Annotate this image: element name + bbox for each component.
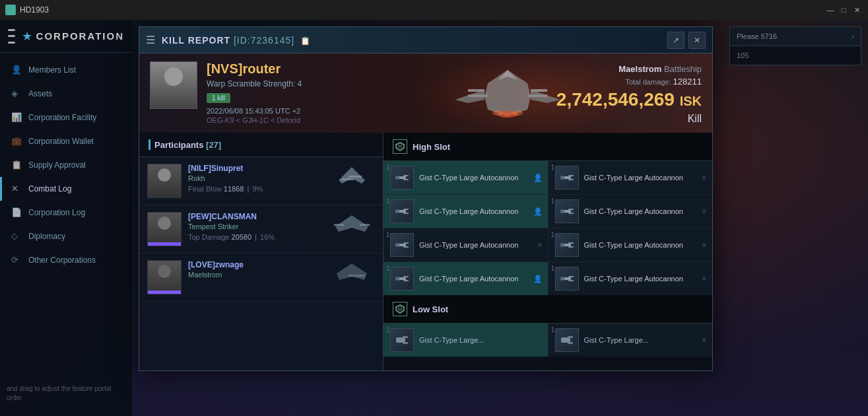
slot-name: Gist C-Type Large... bbox=[584, 335, 649, 345]
slot-number: 1 bbox=[551, 164, 555, 171]
slot-icon bbox=[555, 199, 579, 223]
slot-item[interactable]: 1 Gist C-Type Large Autocannon � bbox=[384, 161, 548, 194]
right-panel: Please 5716 › 105 bbox=[729, 26, 861, 65]
slot-shield-icon bbox=[395, 142, 405, 151]
ship-class: Maelstrom Battleship bbox=[556, 64, 702, 74]
sidebar-item-supply[interactable]: 📋 Supply Approval bbox=[0, 153, 132, 177]
sidebar-menu-icon[interactable] bbox=[8, 29, 15, 44]
sidebar-item-diplomacy[interactable]: ◇ Diplomacy bbox=[0, 225, 132, 248]
svg-rect-5 bbox=[468, 89, 484, 92]
minimize-button[interactable]: — bbox=[824, 4, 836, 16]
svg-rect-23 bbox=[403, 179, 409, 180]
participants-count: [27] bbox=[206, 140, 221, 150]
slot-item[interactable]: 1 Gist C-Type Large Autocannon � bbox=[384, 195, 548, 228]
window-close-button[interactable]: ✕ bbox=[851, 4, 863, 16]
svg-rect-38 bbox=[403, 242, 409, 244]
slot-item[interactable]: 1 Gist C-Type Large Autocannon ✕ bbox=[384, 228, 548, 261]
modal-menu-icon[interactable]: ☰ bbox=[146, 34, 155, 46]
slot-close-icon: ✕ bbox=[701, 174, 707, 182]
sidebar-item-assets[interactable]: ◈ Assets bbox=[0, 82, 132, 106]
svg-rect-31 bbox=[403, 213, 409, 214]
clipboard-icon[interactable]: 📋 bbox=[300, 36, 311, 46]
autocannon-icon bbox=[559, 203, 575, 219]
slot-name: Gist C-Type Large Autocannon bbox=[419, 274, 518, 283]
slot-item[interactable]: 1 Gist C-Type Large Autocannon � bbox=[384, 262, 548, 295]
kill-header: [NVS]router Warp Scramble Strength: 4 1 … bbox=[139, 53, 712, 133]
slot-name: Gist C-Type Large Autocannon bbox=[584, 207, 683, 216]
window-controls: — □ ✕ bbox=[824, 4, 863, 16]
svg-rect-50 bbox=[568, 276, 574, 277]
svg-point-36 bbox=[560, 209, 564, 213]
participant-name: [LOVE]zwnage bbox=[188, 260, 322, 269]
autocannon-icon bbox=[394, 271, 410, 287]
right-panel-value: 105 bbox=[737, 52, 749, 59]
slot-close-icon: ✕ bbox=[701, 207, 707, 216]
svg-rect-6 bbox=[527, 94, 547, 97]
slot-icon bbox=[555, 267, 579, 291]
avatar-head bbox=[164, 67, 183, 86]
low-slot-header: Low Slot bbox=[384, 295, 712, 324]
svg-marker-0 bbox=[484, 70, 531, 116]
maximize-button[interactable]: □ bbox=[838, 4, 850, 16]
slot-item[interactable]: 1 Gist C-Type Large Autocannon ✕ bbox=[549, 228, 713, 261]
slot-name: Gist C-Type Large Autocannon bbox=[584, 240, 683, 250]
svg-marker-20 bbox=[397, 144, 403, 149]
svg-rect-39 bbox=[403, 246, 409, 248]
sidebar-item-members[interactable]: 👤 Members List bbox=[0, 58, 132, 82]
sidebar-item-combat[interactable]: ✕ Combat Log bbox=[0, 177, 132, 201]
slot-item[interactable]: 1 Gist C-Type Large... bbox=[384, 324, 548, 357]
titlebar-left: HD1903 bbox=[5, 5, 49, 15]
slot-icon bbox=[390, 267, 414, 291]
ship-type: Battleship bbox=[664, 64, 702, 74]
participants-header: Participants [27] bbox=[139, 133, 383, 157]
participant-item[interactable]: [LOVE]zwnage Maelstrom bbox=[139, 254, 383, 302]
low-slot-label: Low Slot bbox=[413, 304, 448, 314]
avatar-head bbox=[158, 265, 171, 278]
svg-rect-35 bbox=[568, 213, 574, 214]
sidebar-item-othercorp[interactable]: ⟳ Other Corporations bbox=[0, 248, 132, 272]
slot-item[interactable]: 1 Gist C-Type Large Autocannon ✕ bbox=[549, 262, 713, 295]
wallet-icon: 💼 bbox=[11, 136, 22, 147]
slot-item[interactable]: 1 Gist C-Type Large Autocannon ✕ bbox=[549, 161, 713, 194]
participant-ship: Tempest Striker bbox=[188, 223, 322, 230]
slot-icon bbox=[555, 233, 579, 257]
sidebar-item-label: Corporation Facility bbox=[28, 113, 96, 122]
combat-icon: ✕ bbox=[11, 184, 22, 194]
slot-name: Gist C-Type Large Autocannon bbox=[419, 240, 518, 250]
header-bar bbox=[149, 139, 150, 150]
svg-rect-15 bbox=[334, 224, 344, 226]
modal-export-button[interactable]: ↗ bbox=[667, 32, 684, 49]
app-icon bbox=[5, 5, 16, 15]
sidebar-item-label: Members List bbox=[28, 65, 76, 75]
sidebar-item-wallet[interactable]: 💼 Corporation Wallet bbox=[0, 129, 132, 153]
svg-rect-16 bbox=[360, 224, 370, 226]
right-panel-arrow[interactable]: › bbox=[851, 32, 854, 40]
svg-rect-4 bbox=[468, 94, 488, 97]
kill-report-modal: ☰ KILL REPORT [ID:7236145] 📋 ↗ ✕ bbox=[139, 26, 713, 371]
sidebar-item-label: Diplomacy bbox=[28, 232, 65, 241]
sidebar-nav: 👤 Members List ◈ Assets 📊 Corporation Fa… bbox=[0, 53, 132, 272]
app-title: HD1903 bbox=[20, 5, 49, 15]
sidebar: ★ CORPORATION 👤 Members List ◈ Assets 📊 … bbox=[0, 20, 132, 416]
svg-marker-17 bbox=[337, 263, 367, 280]
participant-item[interactable]: [PEW]CLANSMAN Tempest Striker Top Damage… bbox=[139, 205, 383, 254]
slot-close-icon: ✕ bbox=[537, 241, 543, 250]
sidebar-item-corplog[interactable]: 📄 Corporation Log bbox=[0, 201, 132, 225]
participant-ship-image bbox=[329, 164, 375, 190]
svg-rect-51 bbox=[568, 280, 574, 281]
avatar-head bbox=[158, 168, 171, 182]
participant-avatar bbox=[147, 212, 182, 246]
participant-item[interactable]: [NILF]Sinupret Rokh Final Blow 11868 | 9… bbox=[139, 157, 383, 205]
slot-number: 1 bbox=[386, 326, 390, 333]
othercorp-icon: ⟳ bbox=[11, 255, 22, 265]
modal-close-button[interactable]: ✕ bbox=[688, 32, 706, 49]
sidebar-item-label: Combat Log bbox=[28, 184, 71, 193]
svg-rect-30 bbox=[403, 209, 409, 210]
sidebar-item-facility[interactable]: 📊 Corporation Facility bbox=[0, 106, 132, 129]
slot-item[interactable]: 1 Gist C-Type Large... ✕ bbox=[549, 324, 713, 357]
svg-marker-11 bbox=[339, 167, 365, 184]
slot-name: Gist C-Type Large Autocannon bbox=[419, 207, 518, 216]
svg-rect-60 bbox=[568, 342, 573, 344]
slot-item[interactable]: 1 Gist C-Type Large Autocannon ✕ bbox=[549, 195, 713, 228]
svg-point-24 bbox=[395, 176, 399, 180]
